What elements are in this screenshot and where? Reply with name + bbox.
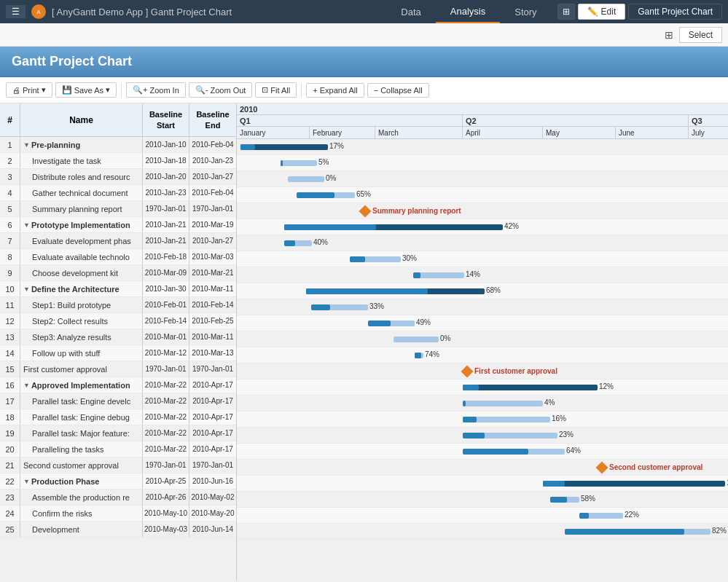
cell-bs: 1970-Jan-01 (143, 201, 189, 216)
gantt-bar-progress (579, 513, 589, 519)
bar-label: 65% (356, 190, 371, 198)
bar-label: 23% (559, 430, 574, 439)
gantt-header: 2010 Q1 Q2 Q3 January February March Apr… (237, 103, 728, 139)
active-tab-label: Gantt Project Chart (628, 4, 722, 20)
save-as-button[interactable]: 💾 Save As ▾ (55, 82, 117, 98)
gantt-bar-background (413, 272, 464, 278)
zoom-in-button[interactable]: 🔍+ Zoom In (126, 82, 186, 98)
table-header: # Name BaselineStart BaselineEnd (0, 103, 236, 137)
cell-name: Parallel task: Engine debug (20, 409, 143, 425)
table-row[interactable]: 17 Parallel task: Engine develc 2010-Mar… (0, 393, 236, 409)
gantt-row: 22% (237, 508, 728, 524)
top-bar: ☰ A [ AnyGantt Demo App ] Gantt Project … (0, 0, 728, 23)
table-row[interactable]: 23 Assemble the production re 2010-Apr-2… (0, 489, 236, 506)
cell-name: Distribute roles and resourc (20, 169, 143, 184)
gantt-bar-progress (306, 288, 428, 294)
bar-label: 17% (329, 142, 344, 150)
table-row[interactable]: 15 First customer approval 1970-Jan-01 1… (0, 361, 236, 377)
fit-all-button[interactable]: ⊡ Fit All (255, 82, 297, 98)
cell-bs: 2010-May-03 (143, 522, 189, 537)
grid-icon: ⊞ (665, 29, 673, 41)
table-row[interactable]: 10 ▼Define the Architecture 2010-Jan-30 … (0, 281, 236, 297)
cell-be: 2010-Feb-14 (189, 297, 236, 312)
table-row[interactable]: 6 ▼Prototype Implementation 2010-Jan-21 … (0, 217, 236, 233)
cell-name: Step3: Analyze results (20, 329, 143, 345)
collapse-all-button[interactable]: − Collapse All (367, 83, 429, 98)
bar-label: 58% (581, 495, 595, 503)
table-row[interactable]: 22 ▼Production Phase 2010-Apr-25 2010-Ju… (0, 473, 236, 489)
page-title-bar: Gantt Project Chart (0, 47, 728, 77)
table-row[interactable]: 3 Distribute roles and resourc 2010-Jan-… (0, 169, 236, 185)
table-row[interactable]: 5 Summary planning report 1970-Jan-01 19… (0, 201, 236, 217)
cell-num: 1 (0, 137, 20, 152)
gantt-row: 14% (237, 267, 728, 283)
col-num-header: # (0, 103, 20, 136)
zoom-out-icon: 🔍- (195, 85, 208, 95)
bar-label: 68% (486, 286, 501, 294)
table-row[interactable]: 24 Confirm the risks 2010-May-10 2010-Ma… (0, 506, 236, 522)
table-row[interactable]: 21 Second customer approval 1970-Jan-01 … (0, 457, 236, 473)
cell-num: 17 (0, 393, 20, 409)
cell-name: Paralleling the tasks (20, 441, 143, 457)
cell-num: 12 (0, 313, 20, 329)
dashboard-button[interactable]: ⊞ (557, 4, 575, 20)
expand-all-button[interactable]: + Expand All (306, 83, 364, 98)
table-row[interactable]: 9 Choose development kit 2010-Mar-09 201… (0, 265, 236, 281)
table-row[interactable]: 4 Gather technical document 2010-Jan-23 … (0, 185, 236, 201)
gantt-row: 0% (237, 331, 728, 347)
quarter-row: Q1 Q2 Q3 (237, 115, 728, 127)
table-row[interactable]: 14 Follow up with stuff 2010-Mar-12 2010… (0, 345, 236, 361)
gantt-bar-background (281, 160, 317, 166)
select-button[interactable]: Select (679, 27, 722, 43)
nav-analysis[interactable]: Analysis (436, 0, 500, 23)
page-title: Gantt Project Chart (12, 54, 132, 68)
table-row[interactable]: 7 Evaluate development phas 2010-Jan-21 … (0, 233, 236, 249)
print-button[interactable]: 🖨 Print ▾ (6, 82, 52, 98)
cell-name: ▼Prototype Implementation (20, 217, 143, 232)
nav-story[interactable]: Story (500, 0, 551, 23)
table-row[interactable]: 1 ▼Pre-planning 2010-Jan-10 2010-Feb-04 (0, 137, 236, 153)
menu-button[interactable]: ☰ (6, 5, 26, 18)
table-row[interactable]: 13 Step3: Analyze results 2010-Mar-01 20… (0, 329, 236, 345)
table-row[interactable]: 19 Parallel task: Major feature: 2010-Ma… (0, 425, 236, 441)
app-logo: A (31, 4, 46, 19)
cell-bs: 2010-Feb-14 (143, 313, 189, 329)
mar-label: March (375, 127, 463, 138)
bar-label: 64% (566, 447, 581, 455)
zoom-out-button[interactable]: 🔍- Zoom Out (189, 82, 253, 98)
cell-bs: 2010-Jan-23 (143, 185, 189, 200)
cell-bs: 2010-Jan-30 (143, 281, 189, 296)
cell-name: Confirm the risks (20, 506, 143, 521)
gantt-row: 33% (237, 299, 728, 315)
table-row[interactable]: 25 Development 2010-May-03 2010-Jun-14 (0, 522, 236, 538)
table-row[interactable]: 18 Parallel task: Engine debug 2010-Mar-… (0, 409, 236, 425)
cell-be: 2010-Jun-14 (189, 522, 236, 537)
top-nav: Data Analysis Story (386, 0, 551, 23)
bar-label: 30% (402, 254, 417, 262)
cell-name: Second customer approval (20, 457, 143, 473)
cell-bs: 2010-Mar-01 (143, 329, 189, 345)
gantt-bar-background (394, 337, 439, 342)
nav-data[interactable]: Data (386, 0, 435, 23)
jan-label: January (237, 127, 310, 138)
bar-label: 0% (440, 334, 450, 342)
table-row[interactable]: 2 Investigate the task 2010-Jan-18 2010-… (0, 153, 236, 169)
table-row[interactable]: 8 Evaluate available technolo 2010-Feb-1… (0, 249, 236, 265)
q3-label: Q3 (689, 115, 728, 126)
cell-num: 2 (0, 153, 20, 168)
main-content: # Name BaselineStart BaselineEnd 1 ▼Pre-… (0, 103, 728, 581)
edit-button[interactable]: ✏️ Edit (578, 4, 626, 20)
month-row: January February March April May June Ju… (237, 127, 728, 138)
app-title: [ AnyGantt Demo App ] Gantt Project Char… (52, 7, 380, 17)
table-row[interactable]: 16 ▼Approved Implementation 2010-Mar-22 … (0, 377, 236, 393)
gantt-row: 58% (237, 492, 728, 508)
cell-bs: 2010-Feb-18 (143, 249, 189, 264)
cell-be: 2010-Feb-04 (189, 185, 236, 200)
table-row[interactable]: 20 Paralleling the tasks 2010-Mar-22 201… (0, 441, 236, 457)
cell-bs: 2010-Jan-18 (143, 153, 189, 168)
cell-bs: 2010-Mar-22 (143, 425, 189, 441)
table-row[interactable]: 11 Step1: Build prototype 2010-Feb-01 20… (0, 297, 236, 313)
gantt-bar-progress (284, 240, 295, 246)
milestone-label: First customer approval (474, 367, 557, 375)
table-row[interactable]: 12 Step2: Collect results 2010-Feb-14 20… (0, 313, 236, 329)
